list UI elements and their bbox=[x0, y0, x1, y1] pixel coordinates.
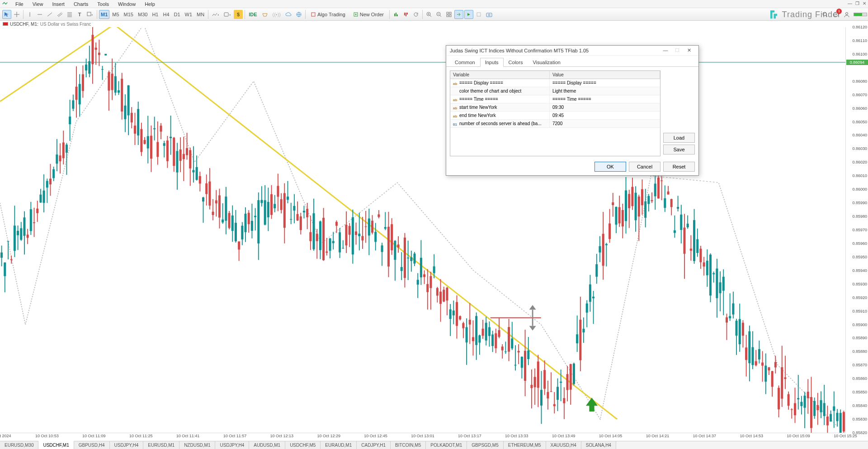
input-value-cell[interactable]: ===== Time ===== bbox=[550, 95, 660, 103]
input-row[interactable]: ab===== Display ========== Display ===== bbox=[450, 79, 660, 87]
input-value-cell[interactable]: 09:45 bbox=[550, 112, 660, 119]
chart-tab[interactable]: XAUUSD,H4 bbox=[546, 441, 581, 449]
algo-trading-button[interactable]: Algo Trading bbox=[307, 10, 349, 19]
chart-tab[interactable]: EURUSD,M1 bbox=[143, 441, 179, 449]
horizontal-line-button[interactable] bbox=[35, 10, 44, 19]
input-value-cell[interactable]: 7200 bbox=[550, 120, 660, 127]
timeframe-mn-button[interactable]: MN bbox=[195, 10, 206, 19]
globe-icon[interactable] bbox=[294, 10, 303, 19]
chart-tab[interactable]: USDJPY,H4 bbox=[215, 441, 249, 449]
shift-chart-icon[interactable] bbox=[454, 10, 463, 19]
connection-status-icon[interactable] bbox=[854, 13, 867, 16]
new-order-button[interactable]: New Order bbox=[349, 10, 388, 19]
chart-tab[interactable]: USDCHF,M5 bbox=[285, 441, 321, 449]
menu-window[interactable]: Window bbox=[113, 1, 140, 7]
objects-dropdown-button[interactable] bbox=[85, 10, 95, 19]
svg-rect-396 bbox=[609, 224, 611, 239]
timeframe-m15-button[interactable]: M15 bbox=[122, 10, 135, 19]
timeframe-d1-button[interactable]: D1 bbox=[172, 10, 182, 19]
dialog-tab-visualization[interactable]: Visualization bbox=[528, 58, 566, 67]
ide-button[interactable]: IDE bbox=[247, 10, 259, 19]
dialog-tab-inputs[interactable]: Inputs bbox=[480, 58, 504, 67]
timeframe-w1-button[interactable]: W1 bbox=[183, 10, 194, 19]
save-button[interactable]: Save bbox=[663, 145, 695, 154]
menu-file[interactable]: File bbox=[11, 1, 28, 7]
depth-up-icon[interactable] bbox=[392, 10, 401, 19]
chart-tab[interactable]: ETHEREUM,M5 bbox=[504, 441, 546, 449]
equidistant-channel-button[interactable] bbox=[55, 10, 64, 19]
input-row[interactable]: abend time NewYork09:45 bbox=[450, 112, 660, 120]
menu-view[interactable]: View bbox=[28, 1, 48, 7]
dollar-icon-button[interactable]: $ bbox=[234, 10, 243, 19]
chart-tab[interactable]: EURUSD,M30 bbox=[0, 441, 38, 449]
input-row[interactable]: color theme of chart and objectLight the… bbox=[450, 87, 660, 95]
chart-tab[interactable]: NZDUSD,M1 bbox=[179, 441, 215, 449]
chart-canvas[interactable] bbox=[0, 27, 845, 433]
window-restore-icon[interactable]: ❐ bbox=[854, 1, 860, 6]
cursor-tool-button[interactable] bbox=[2, 10, 11, 19]
time-axis[interactable]: 10 Oct 202410 Oct 10:5310 Oct 11:0910 Oc… bbox=[0, 433, 845, 441]
input-row[interactable]: 01number of seconds server is ahead (ba.… bbox=[450, 120, 660, 128]
zoom-out-icon[interactable] bbox=[434, 10, 443, 19]
menu-charts[interactable]: Charts bbox=[69, 1, 93, 7]
menu-insert[interactable]: Insert bbox=[47, 1, 69, 7]
notifications-icon[interactable]: 1 bbox=[832, 10, 840, 19]
zoom-in-icon[interactable] bbox=[425, 10, 434, 19]
timeframe-m1-button[interactable]: M1 bbox=[99, 10, 109, 19]
chart-tab[interactable]: CADJPY,H1 bbox=[357, 441, 391, 449]
window-minimize-icon[interactable]: — bbox=[847, 1, 853, 6]
cloud-icon[interactable] bbox=[283, 10, 293, 19]
ok-button[interactable]: OK bbox=[594, 162, 626, 172]
chart-tab[interactable]: GBPUSD,H4 bbox=[74, 441, 110, 449]
timeframe-h4-button[interactable]: H4 bbox=[161, 10, 171, 19]
chart-tab[interactable]: USDJPY,H4 bbox=[110, 441, 144, 449]
depth-down-icon[interactable] bbox=[401, 10, 410, 19]
input-row[interactable]: abstart time NewYork09:30 bbox=[450, 103, 660, 112]
chart-tab[interactable]: SOLANA,H4 bbox=[581, 441, 616, 449]
account-icon[interactable] bbox=[843, 10, 851, 19]
chart-tab[interactable]: BITCOIN,M5 bbox=[391, 441, 426, 449]
dialog-close-icon[interactable]: ✕ bbox=[683, 46, 695, 55]
refresh-icon[interactable] bbox=[411, 10, 420, 19]
text-tool-button[interactable]: T bbox=[75, 10, 84, 19]
price-axis[interactable]: 0.861200.861100.861000.860800.860700.860… bbox=[845, 27, 868, 433]
load-button[interactable]: Load bbox=[663, 133, 695, 143]
timeframe-h1-button[interactable]: H1 bbox=[150, 10, 160, 19]
camera-icon[interactable] bbox=[484, 10, 494, 19]
line-chart-dropdown-button[interactable] bbox=[210, 10, 221, 19]
dialog-minimize-icon[interactable]: — bbox=[660, 46, 671, 55]
template-dropdown-button[interactable] bbox=[222, 10, 233, 19]
chart-tab[interactable]: EURAUD,M1 bbox=[321, 441, 357, 449]
dialog-titlebar[interactable]: Judas Swing ICT Indices Without Confirma… bbox=[446, 46, 698, 56]
autoscroll-icon[interactable] bbox=[464, 10, 473, 19]
cancel-button[interactable]: Cancel bbox=[629, 162, 660, 172]
menu-tools[interactable]: Tools bbox=[93, 1, 113, 7]
search-icon[interactable] bbox=[821, 10, 829, 19]
tile-windows-icon[interactable] bbox=[444, 10, 453, 19]
input-value-cell[interactable]: Light theme bbox=[550, 87, 660, 95]
input-row[interactable]: ab===== Time ========== Time ===== bbox=[450, 95, 660, 103]
dialog-tab-common[interactable]: Common bbox=[450, 58, 480, 67]
menu-help[interactable]: Help bbox=[140, 1, 160, 7]
inputs-grid[interactable]: Variable Value ab===== Display =========… bbox=[450, 70, 660, 156]
input-value-cell[interactable]: 09:30 bbox=[550, 103, 660, 111]
dialog-tab-colors[interactable]: Colors bbox=[504, 58, 528, 67]
trendline-button[interactable] bbox=[45, 10, 54, 19]
reset-button[interactable]: Reset bbox=[663, 162, 695, 172]
chart-area[interactable]: 0.861200.861100.861000.860800.860700.860… bbox=[0, 27, 868, 441]
grid-lock-icon[interactable] bbox=[474, 10, 483, 19]
vertical-line-button[interactable] bbox=[25, 10, 34, 19]
input-value-cell[interactable]: ===== Display ===== bbox=[550, 79, 660, 87]
dialog-maximize-icon[interactable]: ☐ bbox=[671, 46, 683, 55]
chart-tab[interactable]: GBPSGD,M5 bbox=[467, 441, 503, 449]
chart-tab[interactable]: POLKADOT,M1 bbox=[426, 441, 467, 449]
fibo-button[interactable] bbox=[65, 10, 74, 19]
window-close-icon[interactable]: ✕ bbox=[862, 1, 867, 6]
timeframe-m30-button[interactable]: M30 bbox=[136, 10, 149, 19]
chart-tab[interactable]: USDCHF,M1 bbox=[38, 441, 74, 449]
chart-tab[interactable]: AUDUSD,M1 bbox=[249, 441, 285, 449]
timeframe-m5-button[interactable]: M5 bbox=[110, 10, 121, 19]
signal-icon[interactable]: ((•)) bbox=[271, 10, 283, 19]
crosshair-tool-button[interactable] bbox=[12, 10, 21, 19]
basket-icon[interactable] bbox=[260, 10, 270, 19]
